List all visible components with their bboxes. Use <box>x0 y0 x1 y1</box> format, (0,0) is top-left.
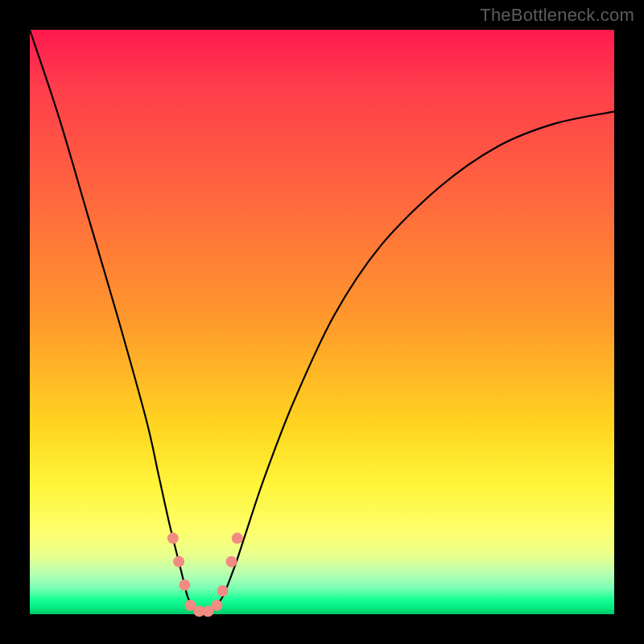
curve-marker <box>232 533 243 544</box>
watermark-text: TheBottleneck.com <box>480 5 634 26</box>
curve-marker <box>179 580 190 591</box>
curve-marker <box>225 556 237 568</box>
curve-svg <box>30 30 614 614</box>
chart-frame: TheBottleneck.com <box>0 0 644 644</box>
plot-area <box>30 30 614 614</box>
curve-marker <box>211 600 222 611</box>
curve-marker <box>173 556 184 568</box>
curve-marker <box>167 533 179 544</box>
curve-marker <box>217 585 229 597</box>
bottleneck-curve <box>30 30 614 615</box>
